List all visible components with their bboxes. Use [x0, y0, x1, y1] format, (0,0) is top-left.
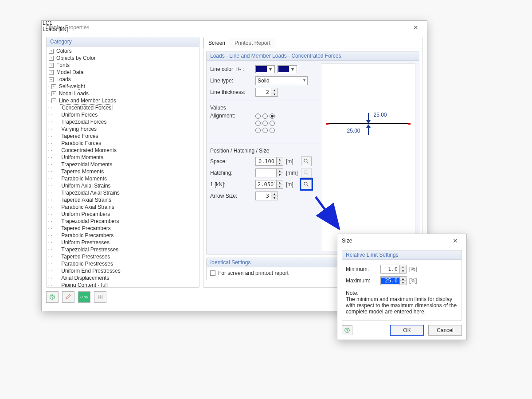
- maximum-input[interactable]: [381, 278, 399, 284]
- line-color-minus-swatch[interactable]: ▾: [278, 65, 297, 73]
- line-color-plus-swatch[interactable]: ▾: [255, 65, 275, 73]
- tree-item[interactable]: +Model Data: [47, 69, 199, 76]
- ok-button[interactable]: OK: [390, 325, 424, 336]
- tree-item[interactable]: · · Uniform Axial Strains: [47, 182, 199, 189]
- tree-item-label: Tapered Prestresses: [60, 254, 111, 260]
- decimal-icon[interactable]: 0.00: [78, 291, 90, 303]
- tree-item[interactable]: · · Uniform Precambers: [47, 211, 199, 218]
- tree-item[interactable]: · · Trapezoidal Prestresses: [47, 246, 199, 253]
- collapse-icon[interactable]: −: [51, 98, 56, 103]
- arrow-size-input[interactable]: [256, 193, 271, 199]
- maximum-spinner[interactable]: ▲▼: [380, 276, 407, 285]
- tree-item[interactable]: · · Tapered Forces: [47, 133, 199, 140]
- line-type-select[interactable]: Solid: [255, 76, 308, 85]
- kn-input[interactable]: [256, 181, 276, 188]
- tree-item[interactable]: · +Self-weight: [47, 83, 199, 90]
- hatching-spinner[interactable]: ▲▼: [255, 168, 283, 177]
- tree-item[interactable]: · +Nodal Loads: [47, 90, 199, 97]
- alignment-radio-2[interactable]: [262, 113, 268, 119]
- tree-item-label: Trapezoidal Prestresses: [60, 246, 120, 253]
- tree-item[interactable]: · · Tapered Axial Strains: [47, 196, 199, 203]
- tree-item[interactable]: · · Concentrated Moments: [47, 147, 199, 154]
- phs-heading: Position / Hatching / Size: [210, 148, 317, 154]
- space-spinner[interactable]: ▲▼: [255, 157, 283, 166]
- tree-item[interactable]: +Objects by Color: [47, 55, 199, 62]
- alignment-radio-7[interactable]: [255, 128, 261, 133]
- alignment-radio-1[interactable]: [255, 113, 261, 119]
- line-color-label: Line color +/- :: [210, 66, 253, 72]
- expand-icon[interactable]: +: [51, 84, 56, 89]
- expand-icon[interactable]: +: [49, 49, 54, 54]
- alignment-radio-5[interactable]: [262, 121, 268, 126]
- dialog-buttons: ? OK Cancel: [342, 325, 462, 336]
- minimum-spinner[interactable]: ▲▼: [380, 265, 407, 274]
- cancel-button[interactable]: Cancel: [428, 325, 462, 336]
- category-tree[interactable]: +Colors+Objects by Color+Fonts+Model Dat…: [47, 47, 199, 287]
- tree-item[interactable]: · · Axial Displacements: [47, 274, 199, 282]
- spin-up-icon[interactable]: ▲: [271, 88, 278, 92]
- line-thickness-input[interactable]: [256, 89, 271, 95]
- alignment-radio-6[interactable]: [270, 121, 275, 126]
- tree-item[interactable]: · · Uniform End Prestresses: [47, 267, 199, 274]
- tab-printout-report[interactable]: Printout Report: [230, 38, 275, 48]
- tree-item-label: Fonts: [55, 62, 71, 68]
- collapse-icon[interactable]: −: [49, 77, 54, 82]
- size-close-icon[interactable]: ✕: [449, 237, 462, 244]
- tree-item[interactable]: · · Uniform Prestresses: [47, 239, 199, 246]
- close-icon[interactable]: ✕: [409, 24, 422, 31]
- hatching-lookup-icon[interactable]: [301, 168, 312, 178]
- tree-item-label: Axial Displacements: [60, 275, 110, 281]
- tree-item-label: Uniform Moments: [60, 154, 105, 160]
- line-type-label: Line type:: [210, 78, 253, 84]
- tree-item[interactable]: · · Tapered Moments: [47, 168, 199, 175]
- size-help-icon[interactable]: ?: [342, 325, 352, 335]
- help-icon[interactable]: ?: [46, 291, 59, 303]
- hatching-input[interactable]: [256, 170, 276, 176]
- tree-item[interactable]: · · Trapezoidal Forces: [47, 118, 199, 125]
- tree-item[interactable]: · · Parabolic Axial Strains: [47, 203, 199, 211]
- tab-screen[interactable]: Screen: [203, 38, 230, 48]
- arrow-size-spinner[interactable]: ▲▼: [255, 192, 278, 200]
- expand-icon[interactable]: +: [49, 70, 54, 75]
- space-input[interactable]: [256, 158, 276, 164]
- tree-item[interactable]: · · Trapezoidal Moments: [47, 161, 199, 168]
- down-arrow-icon: [365, 113, 372, 124]
- svg-marker-7: [366, 120, 371, 124]
- minimum-label: Minimum:: [346, 266, 378, 272]
- minimum-input[interactable]: [381, 266, 399, 272]
- tree-item[interactable]: · · Uniform Forces: [47, 111, 199, 118]
- kn-spinner[interactable]: ▲▼: [255, 180, 283, 189]
- alignment-radio-8[interactable]: [262, 128, 268, 133]
- tree-item[interactable]: · · Parabolic Precambers: [47, 232, 199, 239]
- tree-item[interactable]: −Loads: [47, 76, 199, 83]
- tree-item[interactable]: · · Parabolic Prestresses: [47, 260, 199, 267]
- tree-item[interactable]: · · Trapezoidal Precambers: [47, 218, 199, 225]
- spin-down-icon[interactable]: ▼: [271, 92, 278, 96]
- expand-icon[interactable]: +: [49, 63, 54, 68]
- expand-icon[interactable]: +: [49, 56, 54, 61]
- identical-checkbox[interactable]: For screen and printout report: [210, 270, 289, 276]
- tree-item[interactable]: · −Line and Member Loads: [47, 97, 199, 104]
- tree-item[interactable]: · · Parabolic Forces: [47, 140, 199, 147]
- expand-icon[interactable]: +: [51, 91, 56, 96]
- tree-item[interactable]: +Fonts: [47, 62, 199, 69]
- settings-icon[interactable]: [94, 291, 106, 303]
- tree-item[interactable]: +Colors: [47, 47, 199, 55]
- loads-group: Loads - Line and Member Loads - Concentr…: [206, 51, 419, 255]
- alignment-radio-3[interactable]: [270, 113, 275, 119]
- tree-item[interactable]: · · Tapered Precambers: [47, 225, 199, 232]
- space-lookup-icon[interactable]: [301, 156, 312, 166]
- tree-item[interactable]: · · Concentrated Forces: [47, 104, 199, 111]
- tree-item[interactable]: · · Trapezoidal Axial Strains: [47, 189, 199, 196]
- alignment-radio-4[interactable]: [255, 121, 261, 126]
- tree-item[interactable]: · · Tapered Prestresses: [47, 253, 199, 260]
- line-thickness-spinner[interactable]: ▲▼: [255, 88, 278, 97]
- tree-item[interactable]: · · Varying Forces: [47, 125, 199, 133]
- tree-item[interactable]: · · Piping Content - full: [47, 282, 199, 287]
- kn-lookup-icon[interactable]: [301, 180, 312, 189]
- tree-item[interactable]: · · Uniform Moments: [47, 154, 199, 161]
- alignment-radio-9[interactable]: [270, 128, 275, 133]
- tree-item[interactable]: · · Parabolic Moments: [47, 175, 199, 182]
- tree-item-label: Parabolic Precambers: [60, 232, 115, 239]
- pencil-icon[interactable]: [62, 291, 74, 303]
